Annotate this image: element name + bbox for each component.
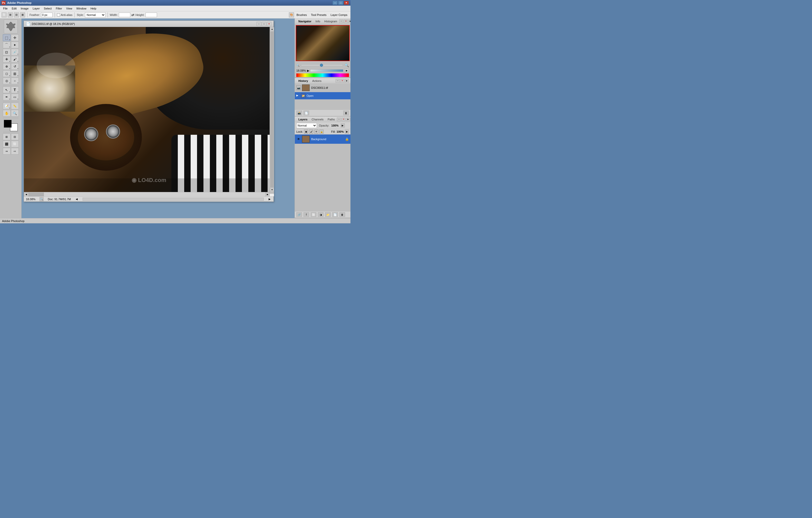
- horizontal-scrollbar[interactable]: ◀ ▶: [24, 192, 270, 196]
- notes-tool[interactable]: 📝 ▾: [3, 103, 10, 109]
- add-mask-btn[interactable]: ⬜: [311, 212, 316, 217]
- v-scroll-thumb[interactable]: [270, 32, 274, 187]
- tab-history[interactable]: History: [296, 79, 310, 83]
- eraser-tool[interactable]: ◻ ▾: [3, 70, 10, 77]
- foreground-color[interactable]: [4, 120, 11, 128]
- add-adjustment-btn[interactable]: ◑: [318, 212, 323, 217]
- doc-close-btn[interactable]: ✕: [267, 22, 271, 26]
- delete-layer-btn[interactable]: 🗑: [340, 212, 345, 217]
- blend-mode-select[interactable]: Normal Dissolve Multiply Screen Overlay: [296, 123, 317, 128]
- h-scroll-thumb[interactable]: [28, 192, 44, 196]
- screen-mode2-btn[interactable]: ⬜: [11, 141, 19, 147]
- hand-tool[interactable]: ✋: [3, 110, 10, 116]
- marquee-tool[interactable]: ⬚ ▾: [3, 34, 10, 41]
- navigator-menu-btn[interactable]: ▶: [348, 20, 350, 23]
- menu-edit[interactable]: Edit: [10, 6, 19, 10]
- blur-tool[interactable]: ◎ ▾: [3, 78, 10, 84]
- feather-input[interactable]: [41, 12, 53, 17]
- link-layers-btn[interactable]: 🔗: [296, 212, 302, 217]
- layers-menu-btn[interactable]: ▶: [346, 117, 350, 121]
- brush-tool[interactable]: 🖌 ▾: [11, 56, 19, 63]
- layers-close-btn[interactable]: ✕: [342, 117, 346, 121]
- add-layer-style-btn[interactable]: f: [303, 212, 309, 217]
- scroll-down-arrow[interactable]: ▼: [270, 188, 274, 192]
- scroll-left-arrow[interactable]: ◀: [24, 192, 28, 197]
- lock-transparent-btn[interactable]: ▣: [304, 130, 308, 134]
- history-menu-btn[interactable]: ▶: [345, 79, 349, 83]
- menu-file[interactable]: File: [1, 6, 10, 10]
- zoom-tool[interactable]: 🔍: [11, 110, 19, 116]
- width-input[interactable]: [119, 12, 130, 17]
- quick-mask-btn[interactable]: ⊟: [11, 134, 19, 140]
- measure-tool[interactable]: 📏: [11, 103, 19, 109]
- close-button[interactable]: ✕: [344, 1, 349, 5]
- tab-histogram[interactable]: Histogram: [322, 19, 339, 23]
- lasso-tool[interactable]: ⌒ ▾: [3, 42, 10, 48]
- nav-left-btn[interactable]: ◀: [75, 197, 79, 201]
- jump-to2-btn[interactable]: ⇨: [11, 148, 19, 155]
- screen-mode-btn[interactable]: ⬛: [3, 141, 10, 147]
- zoom-thumb[interactable]: [320, 64, 323, 67]
- subtract-selection-btn[interactable]: ⊟: [14, 12, 19, 18]
- history-item-open[interactable]: ▶ 📂 Open: [295, 92, 350, 99]
- layer-comps-tab[interactable]: Layer Comps: [329, 13, 349, 17]
- menu-filter[interactable]: Filter: [54, 6, 64, 10]
- tab-actions[interactable]: Actions: [310, 79, 323, 83]
- tab-info[interactable]: Info: [314, 19, 322, 23]
- menu-help[interactable]: Help: [88, 6, 98, 10]
- color-picker-btn[interactable]: 🎨: [289, 12, 294, 18]
- doc-minimize-btn[interactable]: ─: [257, 22, 261, 26]
- add-group-btn[interactable]: 📁: [325, 212, 331, 217]
- maximize-button[interactable]: □: [338, 1, 343, 5]
- history-close-btn[interactable]: ✕: [340, 79, 344, 83]
- swap-wh-icon[interactable]: ⇄: [132, 13, 135, 17]
- style-select[interactable]: Normal Fixed Ratio Fixed Size: [85, 12, 106, 18]
- history-brush-tool[interactable]: ↺ ▾: [11, 63, 19, 70]
- menu-layer[interactable]: Layer: [31, 6, 42, 10]
- height-input[interactable]: [145, 12, 157, 17]
- minimize-button[interactable]: ─: [332, 1, 338, 5]
- standard-mode-btn[interactable]: ⊞: [3, 134, 10, 140]
- healing-brush-tool[interactable]: ✙ ▾: [3, 56, 10, 63]
- menu-view[interactable]: View: [64, 6, 75, 10]
- menu-select[interactable]: Select: [42, 6, 54, 10]
- intersect-selection-btn[interactable]: ⊠: [20, 12, 25, 18]
- layers-minimize-btn[interactable]: ─: [337, 117, 341, 121]
- magic-wand-tool[interactable]: ✦: [11, 42, 19, 48]
- brushes-tab[interactable]: Brushes: [295, 13, 309, 17]
- dodge-tool[interactable]: ○ ▾: [11, 78, 19, 84]
- zoom-in-icon[interactable]: 🔍: [345, 63, 349, 67]
- tool-presets-tab[interactable]: Tool Presets: [310, 13, 328, 17]
- new-selection-btn[interactable]: ⬜: [2, 12, 7, 18]
- lock-all-btn[interactable]: 🔒: [319, 130, 323, 134]
- vertical-scrollbar[interactable]: ▲ ▼: [270, 27, 274, 192]
- opacity-expand-btn[interactable]: ▶: [341, 124, 345, 128]
- clone-stamp-tool[interactable]: ⊕ ▾: [3, 63, 10, 70]
- gradient-tool[interactable]: ▥ ▾: [11, 70, 19, 77]
- zoom-slider[interactable]: [301, 64, 343, 66]
- zoom-out-icon[interactable]: 🔍: [296, 64, 299, 67]
- history-minimize-btn[interactable]: ─: [336, 79, 340, 83]
- layer-visibility-toggle[interactable]: 👁: [296, 137, 301, 141]
- zoom-menu-btn[interactable]: ▶: [344, 69, 349, 73]
- tab-navigator[interactable]: Navigator: [296, 19, 314, 23]
- create-new-snapshot-btn[interactable]: 📸: [296, 111, 302, 115]
- delete-state-btn[interactable]: 🗑: [343, 111, 349, 115]
- menu-image[interactable]: Image: [19, 6, 31, 10]
- navigator-close-btn[interactable]: ✕: [344, 20, 348, 23]
- pen-tool[interactable]: ✒ ▾: [3, 94, 10, 100]
- crop-tool[interactable]: ⊡: [3, 49, 10, 55]
- new-layer-btn[interactable]: 📄: [332, 212, 338, 217]
- lock-position-btn[interactable]: ✛: [314, 130, 318, 134]
- create-new-document-btn[interactable]: 📄: [303, 111, 309, 115]
- tab-layers[interactable]: Layers: [296, 117, 310, 121]
- eyedropper-tool[interactable]: 💉 ▾: [11, 49, 19, 55]
- fill-expand-btn[interactable]: ▶: [345, 130, 349, 134]
- layer-background-row[interactable]: 👁 Background 🔒: [295, 135, 350, 144]
- doc-restore-btn[interactable]: □: [262, 22, 266, 26]
- horizontal-scrollbar-bottom[interactable]: [83, 198, 264, 201]
- jump-to-btn[interactable]: ⇒: [3, 148, 10, 155]
- path-selection-tool[interactable]: ↖ ▾: [3, 86, 10, 93]
- scroll-right-arrow[interactable]: ▶: [265, 192, 270, 197]
- scroll-up-arrow[interactable]: ▲: [270, 27, 274, 31]
